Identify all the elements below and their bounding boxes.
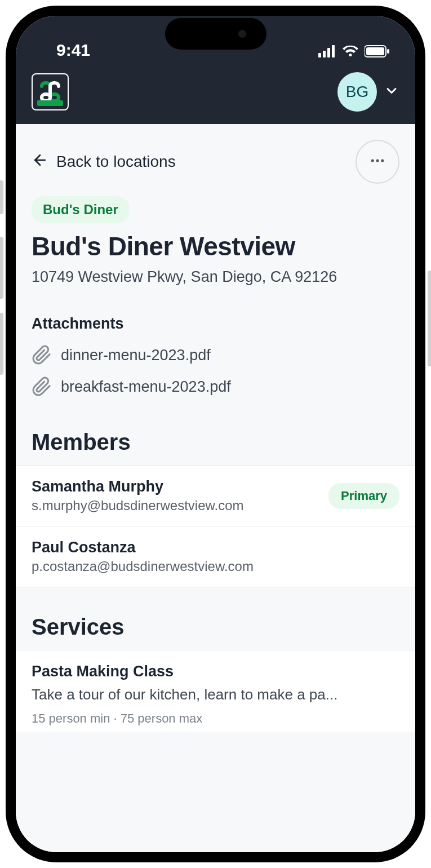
member-email: p.costanza@budsdinerwestview.com (32, 559, 254, 574)
members-heading: Members (16, 402, 415, 466)
service-row[interactable]: Pasta Making Class Take a tour of our ki… (16, 650, 415, 732)
primary-badge: Primary (328, 483, 399, 509)
svg-rect-0 (318, 53, 321, 57)
attachment-filename: dinner-menu-2023.pdf (61, 347, 211, 364)
svg-rect-2 (327, 48, 330, 57)
svg-point-8 (371, 160, 374, 162)
service-meta: 15 person min · 75 person max (32, 711, 399, 726)
svg-rect-5 (366, 47, 384, 55)
location-address: 10749 Westview Pkwy, San Diego, CA 92126 (16, 265, 415, 299)
svg-rect-6 (387, 49, 389, 54)
attachments-heading: Attachments (16, 299, 415, 339)
paperclip-icon (32, 377, 52, 397)
chevron-down-icon[interactable] (384, 83, 399, 101)
arrow-left-icon (32, 152, 48, 172)
service-description: Take a tour of our kitchen, learn to mak… (32, 686, 399, 703)
content-area: Back to locations Bud's Diner Bud's Dine… (16, 124, 415, 852)
back-label: Back to locations (56, 153, 176, 171)
member-row[interactable]: Samantha Murphy s.murphy@budsdinerwestvi… (16, 466, 415, 526)
svg-point-10 (381, 160, 384, 162)
location-tag: Bud's Diner (32, 196, 130, 223)
more-options-button[interactable] (356, 140, 399, 184)
paperclip-icon (32, 345, 52, 365)
member-name: Samantha Murphy (32, 478, 244, 495)
svg-rect-3 (332, 45, 335, 57)
wifi-icon (342, 45, 359, 60)
member-name: Paul Costanza (32, 539, 254, 556)
attachment-item[interactable]: dinner-menu-2023.pdf (16, 339, 415, 371)
member-row[interactable]: Paul Costanza p.costanza@budsdinerwestvi… (16, 526, 415, 587)
svg-rect-1 (323, 51, 326, 57)
services-heading: Services (16, 587, 415, 650)
cellular-icon (318, 45, 336, 60)
app-header: BG (16, 67, 415, 124)
attachment-item[interactable]: breakfast-menu-2023.pdf (16, 371, 415, 402)
service-name: Pasta Making Class (32, 663, 399, 680)
page-title: Bud's Diner Westview (16, 223, 415, 265)
app-logo[interactable] (32, 73, 69, 110)
back-to-locations-link[interactable]: Back to locations (32, 152, 176, 172)
status-indicators (318, 45, 389, 60)
user-avatar[interactable]: BG (337, 72, 377, 112)
more-horizontal-icon (369, 152, 386, 171)
battery-icon (365, 45, 389, 60)
svg-point-9 (376, 160, 379, 162)
status-time: 9:41 (56, 41, 90, 60)
attachment-filename: breakfast-menu-2023.pdf (61, 378, 231, 396)
member-email: s.murphy@budsdinerwestview.com (32, 498, 244, 513)
